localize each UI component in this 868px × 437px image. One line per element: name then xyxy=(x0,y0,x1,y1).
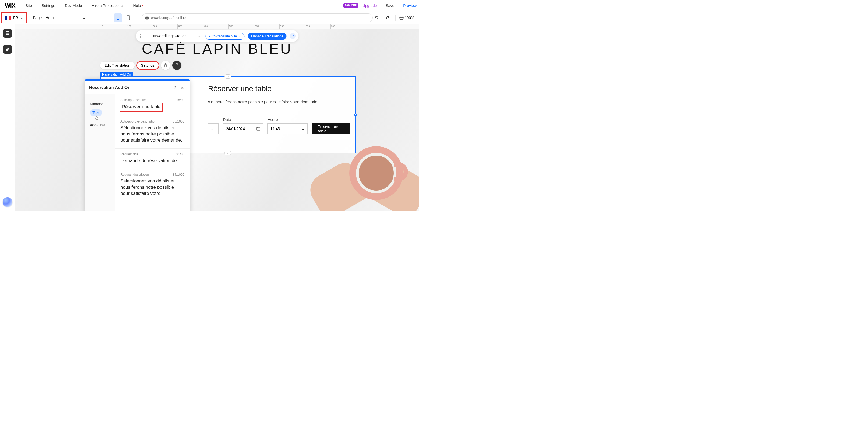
pencil-icon xyxy=(5,47,10,52)
panel-row-count: 31/80 xyxy=(176,152,184,156)
stretch-handle[interactable] xyxy=(224,74,231,79)
svg-rect-9 xyxy=(6,33,9,34)
divider xyxy=(399,3,399,9)
chevron-down-icon: ⌄ xyxy=(21,16,23,20)
time-field: Heure 11:45 ⌄ xyxy=(268,118,307,134)
gear-button[interactable] xyxy=(161,61,170,70)
preview-button[interactable]: Preview xyxy=(403,3,416,8)
panel-close-button[interactable]: ✕ xyxy=(179,84,185,91)
ai-assistant-button[interactable] xyxy=(3,197,12,207)
party-size-label xyxy=(208,118,219,122)
arrow-down-icon xyxy=(226,152,229,154)
edit-panel-button[interactable] xyxy=(3,45,12,54)
question-icon: ? xyxy=(176,63,178,68)
panel-nav-text-label: Text xyxy=(92,111,99,115)
page-selector[interactable]: Home ⌄ xyxy=(45,15,86,20)
mobile-device-button[interactable] xyxy=(124,13,132,22)
globe-icon xyxy=(145,16,149,20)
panel-row-label: Request description xyxy=(120,173,149,177)
menu-devmode[interactable]: Dev Mode xyxy=(60,3,87,8)
panel-row-value[interactable]: Sélectionnez vos détails et nous ferons … xyxy=(120,178,184,197)
panel-row[interactable]: Request description 84/1000 Sélectionnez… xyxy=(115,169,190,201)
zoom-control[interactable]: 100% xyxy=(399,15,414,20)
menu-site[interactable]: Site xyxy=(21,3,37,8)
panel-nav-text[interactable]: Text xyxy=(90,110,102,116)
widget-description: s et nous ferons notre possible pour sat… xyxy=(208,99,350,104)
ruler-tick: 900 xyxy=(330,24,356,29)
edit-translation-button[interactable]: Edit Translation xyxy=(100,62,135,69)
desktop-device-button[interactable] xyxy=(114,13,122,22)
redo-button[interactable] xyxy=(384,14,392,22)
panel-row-value[interactable]: Demande de réservation de… xyxy=(120,158,184,164)
url-text: www.bunnycafe.online xyxy=(151,15,186,20)
help-button[interactable]: ? xyxy=(290,33,296,39)
time-value: 11:45 xyxy=(270,127,280,131)
party-size-field: ⌄ xyxy=(208,118,219,134)
manage-translations-button[interactable]: Manage Translations xyxy=(248,33,287,39)
menu-settings[interactable]: Settings xyxy=(37,3,60,8)
pages-panel-button[interactable] xyxy=(3,29,12,38)
party-size-input[interactable]: ⌄ xyxy=(208,123,219,134)
date-input[interactable]: 24/01/2024 xyxy=(223,123,263,134)
element-settings-button[interactable]: Settings xyxy=(137,62,159,69)
panel-row[interactable]: Request title 31/80 Demande de réservati… xyxy=(115,149,190,169)
panel-row[interactable]: Auto-approve title 18/80 Réserver une ta… xyxy=(115,94,190,116)
url-bar[interactable]: www.bunnycafe.online xyxy=(142,13,373,22)
ruler-tick: 200 xyxy=(152,24,178,29)
date-value: 24/01/2024 xyxy=(226,127,245,131)
panel-list: Auto-approve title 18/80 Réserver une ta… xyxy=(115,94,190,211)
drag-handle-icon[interactable]: ⋮⋮ xyxy=(137,34,148,39)
panel-row[interactable]: Auto-approve description 85/1000 Sélecti… xyxy=(115,116,190,149)
editor-canvas: 0 100 200 300 400 500 600 700 800 900 CA… xyxy=(15,24,419,211)
panel-nav: Manage Text Add-Ons xyxy=(85,94,115,211)
panel-row-count: 85/1000 xyxy=(173,120,184,123)
svg-rect-12 xyxy=(257,127,260,130)
resize-handle[interactable] xyxy=(354,114,356,116)
upgrade-link[interactable]: Upgrade xyxy=(363,3,377,8)
menu-hire[interactable]: Hire a Professional xyxy=(87,3,128,8)
help-button[interactable]: ? xyxy=(172,61,181,70)
find-table-button[interactable]: Trouver une table xyxy=(312,123,350,134)
multilingual-toolbar: ⋮⋮ Now editing: French ⌄ Auto-translate … xyxy=(136,30,298,42)
page-icon xyxy=(5,31,10,36)
ruler-tick: 700 xyxy=(279,24,305,29)
divider xyxy=(418,15,418,21)
discount-badge: 50% OFF xyxy=(343,3,358,7)
ruler-tick: 0 xyxy=(101,24,127,29)
zoom-value: 100% xyxy=(405,15,414,20)
panel-nav-addons[interactable]: Add-Ons xyxy=(85,120,115,130)
stretch-handle[interactable] xyxy=(224,151,231,155)
date-field: Date 24/01/2024 xyxy=(223,118,263,134)
chevron-down-icon: ⌄ xyxy=(197,34,200,38)
horizontal-ruler: 0 100 200 300 400 500 600 700 800 900 xyxy=(15,24,419,29)
divider xyxy=(381,3,381,9)
save-button[interactable]: Save xyxy=(385,3,394,8)
desktop-icon xyxy=(116,15,120,20)
panel-nav-manage[interactable]: Manage xyxy=(85,99,115,109)
panel-accent-bar xyxy=(85,79,190,81)
menu-help[interactable]: Help xyxy=(128,3,146,8)
redo-icon xyxy=(385,15,390,20)
panel-row-value[interactable]: Sélectionnez vos détails et nous ferons … xyxy=(120,125,184,144)
ruler-tick: 500 xyxy=(228,24,254,29)
undo-button[interactable] xyxy=(373,14,380,22)
date-label: Date xyxy=(223,118,263,122)
time-input[interactable]: 11:45 ⌄ xyxy=(268,123,307,134)
reservation-widget-content: Réserver une table s et nous ferons notr… xyxy=(208,84,350,134)
panel-row-value[interactable]: Réserver une table xyxy=(120,103,162,111)
auto-translate-label: Auto-translate Site xyxy=(208,34,237,38)
undo-icon xyxy=(374,15,379,20)
panel-header: Reservation Add On ? ✕ xyxy=(85,81,190,94)
top-menubar: WIX Site Settings Dev Mode Hire a Profes… xyxy=(0,0,419,11)
settings-panel: Reservation Add On ? ✕ Manage Text Add-O… xyxy=(85,79,190,211)
flag-france-icon xyxy=(5,15,11,20)
editing-language-selector[interactable]: Now editing: French ⌄ xyxy=(151,34,202,38)
panel-help-button[interactable]: ? xyxy=(172,84,179,91)
language-selector[interactable]: FR ⌄ xyxy=(1,12,27,23)
wix-logo: WIX xyxy=(5,2,15,9)
svg-rect-1 xyxy=(117,19,119,20)
ruler-tick: 600 xyxy=(254,24,279,29)
auto-translate-button[interactable]: Auto-translate Site ⌄ xyxy=(205,33,245,39)
gear-icon xyxy=(163,63,168,67)
time-label: Heure xyxy=(268,118,307,122)
